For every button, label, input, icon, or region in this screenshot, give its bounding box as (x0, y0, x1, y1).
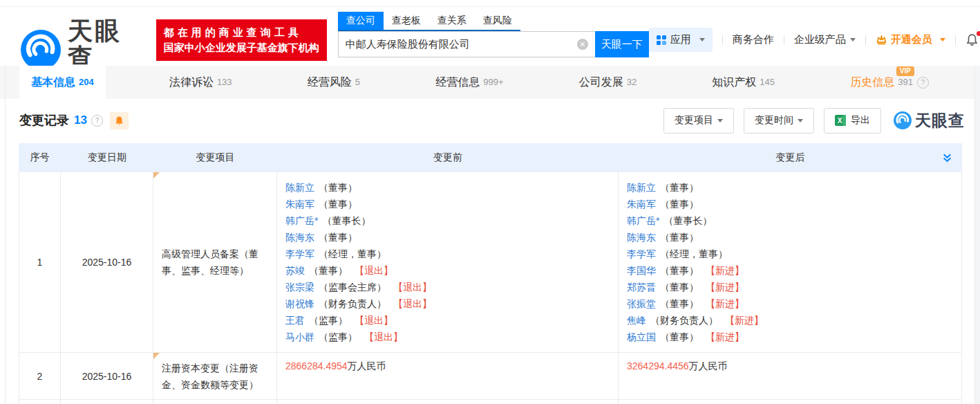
person-link[interactable]: 李学军 (627, 248, 656, 259)
apps-dropdown[interactable]: 应用 (649, 28, 713, 52)
cell-after: 陈新立（董事）朱南军（董事）韩广岳*（董事长）陈海东（董事）李学军（经理，董事）… (619, 172, 962, 352)
change-tag: 【新进】 (706, 298, 744, 309)
person-role: （董事长） (322, 215, 370, 226)
col-header-no: 序号 (19, 152, 61, 164)
export-button[interactable]: X 导出 (824, 108, 881, 134)
nav-cooperation[interactable]: 商务合作 (733, 33, 774, 46)
person-link[interactable]: 李国华 (627, 265, 656, 276)
person-link[interactable]: 王君 (285, 315, 305, 326)
chevron-down-icon (717, 119, 723, 122)
export-label: 导出 (851, 114, 870, 127)
person-link[interactable]: 陈新立 (285, 182, 314, 193)
help-icon[interactable]: ? (91, 115, 103, 127)
tab-count: 391 (898, 77, 913, 87)
person-link[interactable]: 杨立国 (627, 331, 656, 342)
person-link[interactable]: 陈海东 (285, 232, 314, 243)
person-link[interactable]: 苏竣 (285, 265, 305, 276)
tab-count: 145 (760, 77, 775, 87)
capital-unit: 万人民币 (348, 360, 386, 371)
person-line: 陈海东（董事） (627, 229, 953, 246)
change-tag: 【退出】 (364, 331, 403, 342)
person-role: （经理，董事） (319, 248, 386, 259)
person-link[interactable]: 李学军 (285, 248, 314, 259)
nav-divider (722, 35, 723, 45)
tab-经营风险[interactable]: 经营风险5 (296, 66, 372, 99)
person-line: 郑苏晋（董事）【新进】 (627, 279, 953, 295)
clear-input-icon[interactable]: ✕ (577, 39, 588, 50)
cell-before (277, 400, 619, 404)
tab-label: 基本信息 (31, 75, 75, 90)
cell-before: 2866284.4954万人民币 (277, 353, 619, 399)
capital-value-before: 2866284.4954 (285, 360, 348, 371)
person-link[interactable]: 张宗梁 (285, 282, 314, 293)
nav-divider (955, 35, 956, 45)
search-tab[interactable]: 查老板 (384, 12, 429, 30)
change-tag: 【新进】 (706, 331, 744, 342)
person-line: 朱南军（董事） (285, 196, 610, 212)
subscribe-bell-button[interactable] (110, 112, 129, 129)
person-role: （董事） (319, 199, 357, 210)
search-input[interactable] (338, 31, 595, 57)
person-link[interactable]: 朱南军 (285, 199, 314, 210)
header-nav: 应用 商务合作 企业级产品 开通会员 (649, 28, 980, 52)
collapse-chevron-icon[interactable] (941, 152, 953, 164)
open-membership-link[interactable]: 开通会员 (876, 33, 945, 46)
excel-icon: X (835, 115, 846, 126)
person-line: 马小群（监事）【退出】 (285, 329, 610, 345)
filter-change-item-button[interactable]: 变更项目 (663, 108, 734, 134)
change-item-text: 注册资本变更（注册资金、资金数额等变更） (162, 360, 268, 393)
change-item-text: 高级管理人员备案（董事、监事、经理等） (162, 246, 268, 279)
tab-历史信息[interactable]: 历史信息391VIP? (838, 66, 941, 99)
notification-dot (977, 31, 980, 36)
person-role: （董事） (660, 265, 699, 276)
filter-label: 变更时间 (755, 114, 793, 127)
tianyancha-logo-icon (21, 30, 61, 70)
person-link[interactable]: 朱南军 (627, 199, 656, 210)
tab-label: 知识产权 (712, 75, 756, 90)
nav-divider (784, 35, 784, 45)
tab-法律诉讼[interactable]: 法律诉讼133 (158, 66, 244, 99)
tab-经营信息[interactable]: 经营信息999+ (424, 66, 515, 99)
content-right-border (974, 66, 975, 404)
content-left-border (5, 66, 6, 404)
search-tab[interactable]: 查风险 (475, 12, 520, 30)
person-role: （董事） (660, 199, 699, 210)
person-link[interactable]: 韩广岳* (285, 215, 318, 226)
top-header: 天眼查 TianYanCha.com 都在用的商业查询工具 国家中小企业发展子基… (0, 7, 975, 66)
col-header-date: 变更日期 (61, 152, 153, 164)
tab-公司发展[interactable]: 公司发展32 (567, 66, 648, 99)
tab-知识产权[interactable]: 知识产权145 (700, 66, 786, 99)
person-role: （监事会主席） (319, 282, 386, 293)
filter-change-time-button[interactable]: 变更时间 (744, 108, 814, 134)
main-tabbar: 基本信息204法律诉讼133经营风险5经营信息999+公司发展32知识产权145… (0, 66, 975, 99)
chevron-down-icon (798, 119, 803, 122)
cell-no: 2 (19, 353, 61, 399)
person-link[interactable]: 谢祝锋 (285, 298, 314, 309)
person-link[interactable]: 陈新立 (627, 182, 656, 193)
person-line: 韩广岳*（董事长） (627, 212, 953, 229)
nav-enterprise[interactable]: 企业级产品 (794, 33, 856, 46)
person-link[interactable]: 张振堂 (627, 298, 656, 309)
col-header-after: 变更后 (619, 152, 962, 164)
change-tag: 【新进】 (706, 282, 744, 293)
person-link[interactable]: 马小群 (285, 331, 314, 342)
person-link[interactable]: 陈海东 (627, 232, 656, 243)
change-record-section-header: 变更记录 13 ? 变更项目 变更时间 X 导出 (19, 105, 965, 136)
notifications-bell[interactable] (965, 33, 979, 46)
person-role: （董事） (319, 232, 357, 243)
tab-count: 133 (217, 77, 232, 87)
person-line: 张振堂（董事）【新进】 (627, 295, 953, 312)
search-tab[interactable]: 查公司 (338, 12, 384, 30)
person-line: 李国华（董事）【新进】 (627, 262, 953, 279)
person-link[interactable]: 郑苏晋 (627, 282, 656, 293)
tab-基本信息[interactable]: 基本信息204 (19, 66, 106, 99)
person-link[interactable]: 焦峰 (627, 315, 646, 326)
logo-title: 天眼查 (68, 18, 148, 71)
person-link[interactable]: 韩广岳* (627, 215, 659, 226)
person-line: 李学军（经理，董事） (285, 246, 610, 262)
help-icon[interactable]: ? (917, 77, 929, 89)
search-tab[interactable]: 查关系 (429, 12, 475, 30)
search-button[interactable]: 天眼一下 (595, 31, 649, 57)
cell-change-item (153, 400, 277, 404)
change-tag: 【退出】 (393, 298, 432, 309)
